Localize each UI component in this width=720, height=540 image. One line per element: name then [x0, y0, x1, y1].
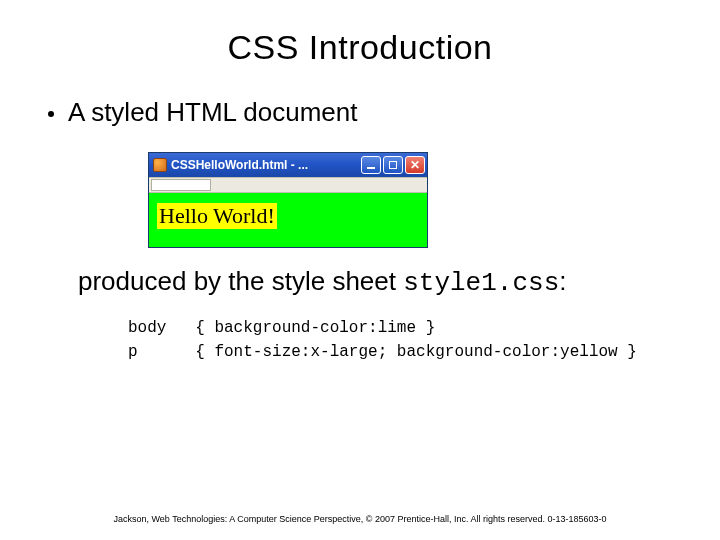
produced-prefix: produced by the style sheet: [78, 266, 403, 296]
browser-toolbar: [149, 177, 427, 193]
browser-screenshot: CSSHelloWorld.html - ... ✕ Hello World!: [148, 152, 672, 248]
bullet-text: A styled HTML document: [68, 97, 358, 128]
code-line-2: p { font-size:x-large; background-color:…: [128, 343, 637, 361]
address-field[interactable]: [151, 179, 211, 191]
produced-caption: produced by the style sheet style1.css:: [78, 266, 672, 298]
slide-footer: Jackson, Web Technologies: A Computer Sc…: [0, 514, 720, 524]
stylesheet-filename: style1.css: [403, 268, 559, 298]
minimize-icon: [367, 167, 375, 169]
code-line-1: body { background-color:lime }: [128, 319, 435, 337]
browser-window: CSSHelloWorld.html - ... ✕ Hello World!: [148, 152, 428, 248]
css-code-block: body { background-color:lime } p { font-…: [128, 316, 672, 364]
close-icon: ✕: [410, 159, 420, 171]
close-button[interactable]: ✕: [405, 156, 425, 174]
window-title-text: CSSHelloWorld.html - ...: [171, 158, 361, 172]
page-body: Hello World!: [149, 193, 427, 247]
slide-title: CSS Introduction: [48, 28, 672, 67]
produced-suffix: :: [559, 266, 566, 296]
app-icon: [153, 158, 167, 172]
maximize-button[interactable]: [383, 156, 403, 174]
minimize-button[interactable]: [361, 156, 381, 174]
window-titlebar: CSSHelloWorld.html - ... ✕: [149, 153, 427, 177]
bullet-item: A styled HTML document: [48, 97, 672, 128]
slide: CSS Introduction A styled HTML document …: [0, 0, 720, 540]
maximize-icon: [389, 161, 397, 169]
window-controls: ✕: [361, 156, 425, 174]
bullet-dot-icon: [48, 111, 54, 117]
hello-paragraph: Hello World!: [157, 203, 277, 229]
